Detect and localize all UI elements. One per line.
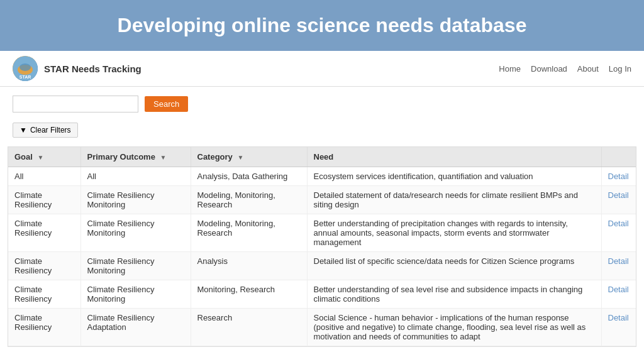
results-table-container: Goal ▼ Primary Outcome ▼ Category ▼ Need… [8,146,636,347]
search-input[interactable] [13,96,138,112]
clear-filters-label: Clear Filters [30,126,71,134]
col-header-need: Need [307,147,601,167]
cell-need: Social Science - human behavior - implic… [307,309,601,346]
cell-category: Modeling, Monitoring, Research [191,214,307,252]
nav-download[interactable]: Download [531,64,567,74]
cell-category: Research [191,309,307,346]
cell-category: Analysis [191,252,307,280]
table-row: Climate ResiliencyClimate Resiliency Mon… [8,214,636,252]
col-header-detail [601,147,636,167]
cell-need: Ecosystem services identification, quant… [307,167,601,186]
col-header-outcome[interactable]: Primary Outcome ▼ [80,147,191,167]
category-filter-icon: ▼ [237,154,243,161]
nav-about[interactable]: About [577,64,599,74]
table-row: Climate ResiliencyClimate Resiliency Mon… [8,280,636,309]
cell-outcome: All [80,167,191,186]
table-header-row: Goal ▼ Primary Outcome ▼ Category ▼ Need [8,147,636,167]
table-row: AllAllAnalysis, Data GatheringEcosystem … [8,167,636,186]
nav-links: Home Download About Log In [499,64,631,74]
col-header-goal[interactable]: Goal ▼ [8,147,80,167]
cell-outcome: Climate Resiliency Monitoring [80,186,191,214]
col-header-category[interactable]: Category ▼ [191,147,307,167]
logo-icon: STAR [13,56,38,81]
detail-link[interactable]: Detail [608,256,629,266]
table-row: Climate ResiliencyClimate Resiliency Mon… [8,186,636,214]
nav-home[interactable]: Home [499,64,521,74]
cell-need: Detailed list of specific science/data n… [307,252,601,280]
cell-goal: All [8,167,80,186]
detail-link[interactable]: Detail [608,285,629,294]
cell-goal: Climate Resiliency [8,309,80,346]
goal-filter-icon: ▼ [38,154,44,161]
cell-goal: Climate Resiliency [8,252,80,280]
navbar: STAR STAR Needs Tracking Home Download A… [0,51,644,87]
filter-bar: ▼ Clear Filters [0,119,644,141]
clear-filters-button[interactable]: ▼ Clear Filters [13,123,78,138]
detail-link[interactable]: Detail [608,313,629,322]
page-banner: Developing online science needs database [0,0,644,51]
cell-goal: Climate Resiliency [8,214,80,252]
table-wrapper[interactable]: Goal ▼ Primary Outcome ▼ Category ▼ Need… [8,147,636,346]
cell-need: Detailed statement of data/research need… [307,186,601,214]
logo-area: STAR STAR Needs Tracking [13,56,142,81]
results-table: Goal ▼ Primary Outcome ▼ Category ▼ Need… [8,147,636,346]
cell-category: Analysis, Data Gathering [191,167,307,186]
cell-outcome: Climate Resiliency Monitoring [80,280,191,309]
cell-need: Better understanding of sea level rise a… [307,280,601,309]
detail-link[interactable]: Detail [608,172,629,181]
cell-detail: Detail [601,252,636,280]
cell-outcome: Climate Resiliency Monitoring [80,214,191,252]
cell-detail: Detail [601,280,636,309]
cell-category: Modeling, Monitoring, Research [191,186,307,214]
table-body: AllAllAnalysis, Data GatheringEcosystem … [8,167,636,346]
cell-detail: Detail [601,214,636,252]
cell-outcome: Climate Resiliency Adaptation [80,309,191,346]
cell-outcome: Climate Resiliency Monitoring [80,252,191,280]
filter-funnel-icon: ▼ [19,126,27,134]
svg-point-2 [19,63,31,71]
search-button[interactable]: Search [145,96,188,112]
table-row: Climate ResiliencyClimate Resiliency Ada… [8,309,636,346]
cell-detail: Detail [601,167,636,186]
nav-login[interactable]: Log In [609,64,631,74]
svg-text:STAR: STAR [19,75,31,79]
cell-need: Better understanding of precipitation ch… [307,214,601,252]
cell-detail: Detail [601,309,636,346]
outcome-filter-icon: ▼ [160,154,167,161]
cell-category: Monitoring, Research [191,280,307,309]
cell-detail: Detail [601,186,636,214]
cell-goal: Climate Resiliency [8,280,80,309]
detail-link[interactable]: Detail [608,190,629,200]
detail-link[interactable]: Detail [608,219,629,228]
cell-goal: Climate Resiliency [8,186,80,214]
site-title: STAR Needs Tracking [44,63,142,74]
table-row: Climate ResiliencyClimate Resiliency Mon… [8,252,636,280]
banner-title: Developing online science needs database [118,14,527,36]
search-area: Search [0,87,644,119]
